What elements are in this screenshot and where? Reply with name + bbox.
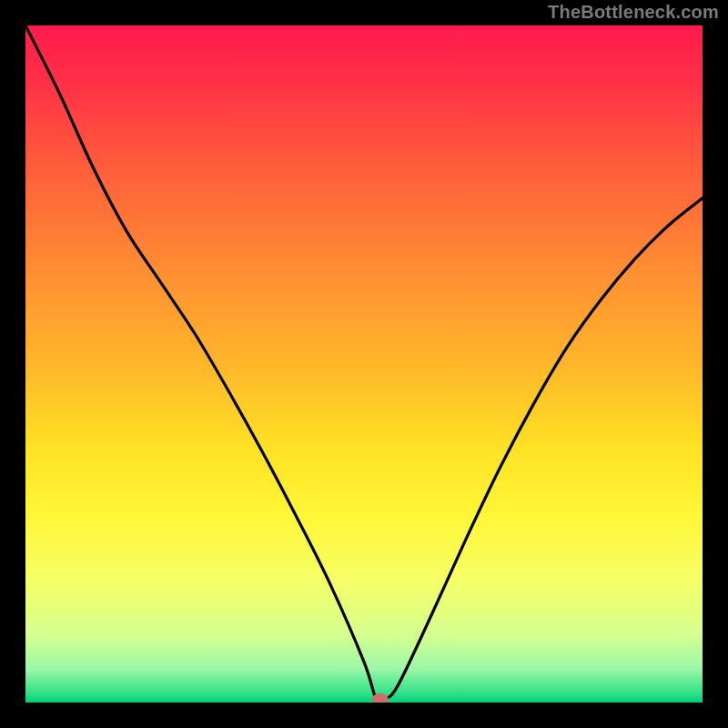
bottleneck-chart [25,25,703,703]
chart-background [25,25,703,703]
chart-frame: TheBottleneck.com [0,0,728,728]
watermark-text: TheBottleneck.com [548,2,719,23]
